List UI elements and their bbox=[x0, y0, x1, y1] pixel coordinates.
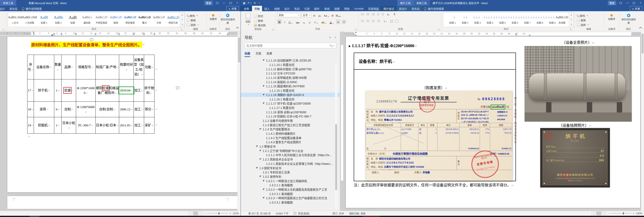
login-button[interactable]: 登录 bbox=[204, 1, 213, 5]
style-card[interactable]: AaB 标题 bbox=[66, 13, 80, 27]
font-size-select[interactable]: 五号 bbox=[302, 13, 312, 17]
subscript-button[interactable]: x₂ bbox=[302, 20, 306, 24]
char-shading-icon[interactable]: A bbox=[336, 20, 340, 24]
nav-heading-item[interactable]: 1.2.2.1 高新技术企业认定管理工作网（http://www.i… bbox=[241, 162, 340, 166]
nav-heading-item[interactable]: 1.2.2 高新技术企业证书 bbox=[241, 157, 340, 162]
share-button[interactable]: 共享 bbox=[630, 6, 642, 11]
tab-references[interactable]: 引用 bbox=[302, 6, 312, 11]
nav-heading-item[interactable]: 1.1.1.19 挖掘机-日本小松-PC-360-7 bbox=[241, 114, 340, 118]
comment-balloon-icon[interactable] bbox=[90, 38, 93, 41]
track-changes-indicator[interactable]: 修订: 关闭 bbox=[332, 212, 344, 215]
nav-tab-headings[interactable]: 标题 bbox=[244, 51, 250, 57]
expand-collapse-icon[interactable] bbox=[260, 128, 263, 130]
tab-draw[interactable]: 绘图 bbox=[272, 6, 282, 11]
maximize-button[interactable] bbox=[631, 0, 637, 6]
align-left-icon[interactable] bbox=[361, 20, 364, 22]
style-card[interactable]: 1.1.1.1.1.1.1. 标题 7 bbox=[518, 13, 531, 27]
nav-heading-item[interactable]: 1.1.4.3 整条生产线全图照片 bbox=[241, 140, 340, 144]
expand-collapse-icon[interactable] bbox=[260, 158, 263, 160]
zoom-level[interactable]: 110% bbox=[233, 212, 239, 215]
right-indent-marker[interactable] bbox=[528, 34, 531, 36]
tab-table-layout[interactable]: 表布局 bbox=[7, 6, 20, 11]
bold-button[interactable]: B bbox=[278, 20, 281, 24]
expand-collapse-icon[interactable] bbox=[260, 150, 263, 152]
expand-collapse-icon[interactable] bbox=[263, 102, 266, 104]
nav-heading-item[interactable]: 1.3.2 发明专利 bbox=[241, 174, 340, 179]
multilevel-list-icon[interactable] bbox=[372, 13, 375, 16]
find-button[interactable]: 查找 bbox=[187, 13, 198, 18]
paste-button[interactable]: 粘贴 bbox=[243, 13, 253, 25]
nav-heading-item[interactable]: 1.1.1.14 装载机-ZL50NC bbox=[241, 80, 340, 84]
align-center-icon[interactable] bbox=[366, 20, 369, 22]
add-ins-button[interactable]: 加载项 bbox=[208, 14, 218, 20]
nav-heading-item[interactable]: 1.3.2.2.1 查询截图 bbox=[241, 192, 340, 196]
enclose-characters-icon[interactable]: 字 bbox=[342, 20, 346, 24]
collapse-ribbon-icon[interactable] bbox=[236, 27, 239, 30]
right-document-page[interactable]: 1.1.1.17 烘干机-宏盛-Φ2200*16000 设备名称：烘干机 （购置… bbox=[346, 36, 640, 208]
increase-indent-icon[interactable] bbox=[382, 13, 384, 16]
decrease-indent-icon[interactable] bbox=[377, 13, 379, 16]
repeat-icon[interactable]: ↻ bbox=[254, 2, 256, 4]
nav-heading-item[interactable]: 1.1.1.17.1 购置合同 bbox=[241, 106, 340, 110]
paragraph-dialog-launcher-icon[interactable] bbox=[438, 28, 440, 30]
style-card[interactable]: AaBbCcDdE ↵无间隔 bbox=[22, 13, 37, 27]
word-count[interactable]: 24380 个字 bbox=[276, 212, 288, 215]
expand-collapse-icon[interactable] bbox=[263, 188, 266, 190]
tab-layout[interactable]: 布局 bbox=[292, 6, 302, 11]
customize-qat-icon[interactable] bbox=[259, 3, 260, 4]
minimize-button[interactable]: — bbox=[221, 0, 227, 6]
tab-review[interactable]: 审阅 bbox=[322, 6, 332, 11]
nav-heading-item[interactable]: 1.1.1.10.1 购置合同 bbox=[241, 62, 340, 67]
justify-icon[interactable] bbox=[377, 20, 380, 22]
accessibility-indicator[interactable]: 辅助功能: 调查 bbox=[349, 212, 366, 215]
search-options-icon[interactable] bbox=[333, 45, 334, 46]
tab-mailings[interactable]: 邮件 bbox=[312, 6, 322, 11]
nav-heading-item[interactable]: 1.3.2.1.1 查询截图 bbox=[241, 183, 340, 187]
vertical-ruler[interactable] bbox=[340, 32, 344, 211]
find-button[interactable]: 查找 bbox=[577, 13, 589, 18]
nav-close-icon[interactable]: × bbox=[334, 36, 336, 39]
nav-heading-item[interactable]: 1.2.1 辽宁省“专精特新”中小企业 bbox=[241, 148, 340, 153]
share-button[interactable]: 共享 bbox=[226, 6, 239, 11]
styles-dialog-launcher-icon[interactable] bbox=[570, 28, 572, 30]
style-card[interactable]: AaBbCcD 明显引用 bbox=[166, 13, 180, 27]
nav-heading-item[interactable]: 1.3 授权专利证书 bbox=[241, 166, 340, 170]
nav-heading-item[interactable]: 1.1.4.1 原材料储备照片 bbox=[241, 131, 340, 136]
line-spacing-icon[interactable]: ⇕ bbox=[382, 20, 388, 22]
undo-icon[interactable]: ↶ bbox=[248, 2, 252, 4]
sort-icon[interactable]: A↓ bbox=[386, 13, 390, 16]
save-icon[interactable]: ▣ bbox=[243, 2, 245, 4]
maximize-button[interactable] bbox=[227, 0, 234, 6]
nav-heading-item[interactable]: 1.1.1.16 沸腾炉-金炉-GXDF-4 bbox=[241, 93, 340, 97]
numbering-icon[interactable] bbox=[366, 13, 369, 16]
align-right-icon[interactable] bbox=[372, 20, 375, 22]
nav-heading-item[interactable]: 1.1.1.12 叉车-CPCD30 bbox=[241, 71, 340, 76]
nav-heading-item[interactable]: 1.1.1.17 烘干机-宏盛-φ2200*16000 bbox=[241, 101, 340, 106]
expand-collapse-icon[interactable] bbox=[256, 167, 259, 169]
proofing-icon[interactable] bbox=[294, 212, 296, 214]
bullets-icon[interactable] bbox=[361, 13, 364, 16]
print-layout-icon[interactable] bbox=[194, 212, 198, 215]
nav-heading-item[interactable]: 1.1.1.18 滚筛-自制-φ1200*6000 bbox=[241, 110, 340, 114]
expand-collapse-icon[interactable] bbox=[263, 94, 266, 96]
clear-formatting-icon[interactable]: A̸ bbox=[331, 13, 334, 17]
nav-heading-item[interactable]: 1.3.2.3.1 查询截图 bbox=[241, 200, 340, 204]
nav-heading-item[interactable]: 1.2 荣誉证书 bbox=[241, 144, 340, 148]
nav-scrollbar[interactable] bbox=[335, 63, 337, 209]
format-painter-button[interactable]: 格式刷 bbox=[254, 23, 266, 28]
nav-heading-item[interactable]: 1.3.2.3 一种用钙基膨润土生产钠基膨润土的方法 bbox=[241, 196, 340, 200]
nav-heading-item[interactable]: 1.1.1.15.1 购置合同 bbox=[241, 88, 340, 93]
nav-heading-item[interactable]: 1.1.1.16.1 购置合同 bbox=[241, 97, 340, 101]
nav-heading-item[interactable]: 1.1.4 生产线配置情况 bbox=[241, 127, 340, 131]
scrollbar-thumb[interactable] bbox=[335, 124, 337, 190]
nav-tab-pages[interactable]: 页面 bbox=[256, 51, 261, 57]
comment-balloon-icon[interactable] bbox=[176, 86, 180, 89]
style-card[interactable]: AaBbCc 副标题 bbox=[80, 13, 94, 27]
cut-button[interactable]: 剪切 bbox=[254, 14, 266, 18]
expand-collapse-icon[interactable] bbox=[260, 176, 263, 177]
close-button[interactable]: × bbox=[637, 0, 644, 6]
nav-heading-item[interactable]: 1.1.2 设备平均使用年限 bbox=[241, 118, 340, 123]
copy-button[interactable]: 复制 bbox=[254, 18, 266, 23]
text-effects-icon[interactable]: A bbox=[313, 20, 319, 24]
nav-heading-item[interactable]: 1.1.1.15 圆盘喂料机-JNYP800 bbox=[241, 84, 340, 88]
